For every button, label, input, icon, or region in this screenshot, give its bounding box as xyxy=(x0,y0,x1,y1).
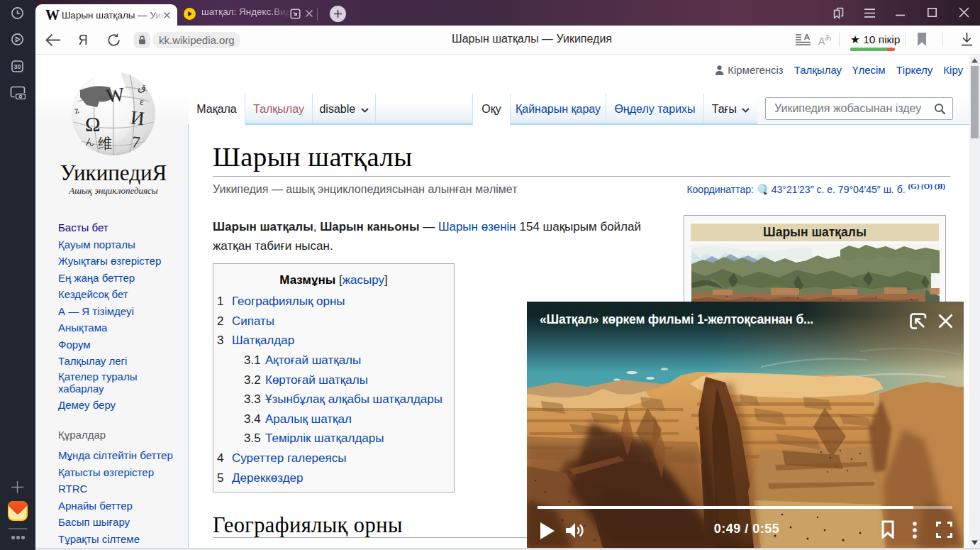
svg-text:ん: ん xyxy=(85,136,94,147)
svg-text:维: 维 xyxy=(98,136,112,151)
svg-text:30: 30 xyxy=(13,63,21,70)
svg-text:И: И xyxy=(130,106,146,129)
svg-text:Ω: Ω xyxy=(85,113,101,136)
svg-text:7: 7 xyxy=(131,133,141,151)
svg-text:あ: あ xyxy=(825,33,832,41)
svg-text:W: W xyxy=(105,83,126,106)
